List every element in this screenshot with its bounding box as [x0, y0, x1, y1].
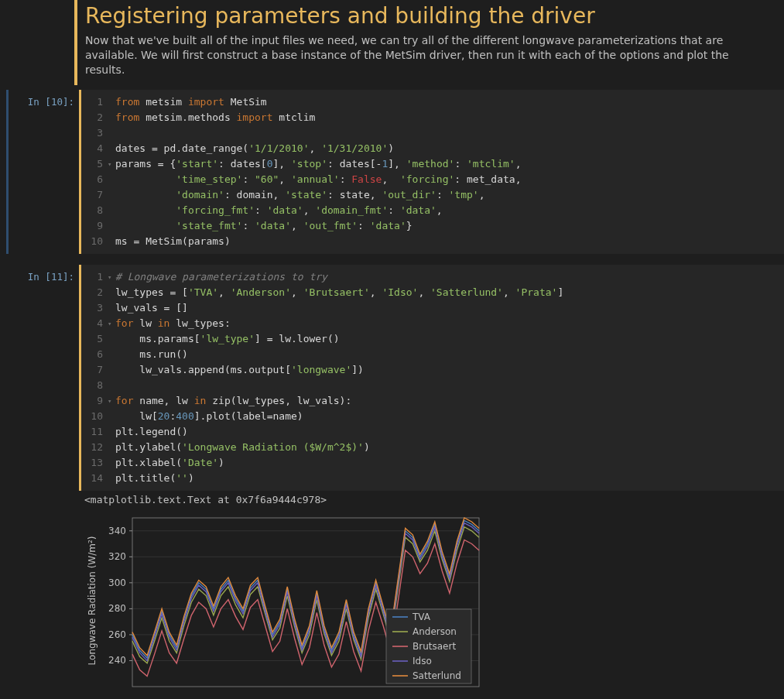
line-number: 3	[81, 125, 108, 141]
code-text[interactable]: lw_types = ['TVA', 'Anderson', 'Brutsaer…	[115, 285, 563, 300]
line-number: 3	[81, 300, 108, 316]
fold-indicator-icon[interactable]: ▾	[108, 316, 115, 331]
fold-indicator-icon[interactable]: ▾	[108, 393, 115, 409]
line-number: 5	[81, 331, 108, 347]
code-cell-10: In [10]: 1from metsim import MetSim2from…	[0, 90, 784, 254]
section-heading: Registering parameters and building the …	[85, 3, 735, 29]
plot-output: 240260280300320340Longwave Radiation (W/…	[77, 509, 487, 692]
code-line[interactable]: 5▾params = {'start': dates[0], 'stop': d…	[81, 156, 784, 172]
code-line[interactable]: 11plt.legend()	[81, 424, 784, 440]
output-row: <matplotlib.text.Text at 0x7f6a9444c978>	[0, 491, 784, 509]
code-line[interactable]: 8 'forcing_fmt': 'data', 'domain_fmt': '…	[81, 203, 784, 218]
line-number: 6	[81, 172, 108, 187]
fold-indicator-icon	[108, 94, 115, 110]
legend-label: Brutsaert	[413, 641, 456, 652]
fold-indicator-icon[interactable]: ▾	[108, 269, 115, 285]
code-text[interactable]: for lw in lw_types:	[115, 316, 231, 331]
code-line[interactable]: 1from metsim import MetSim	[81, 94, 784, 110]
code-line[interactable]: 4▾for lw in lw_types:	[81, 316, 784, 331]
fold-indicator-icon	[108, 378, 115, 393]
code-text[interactable]: for name, lw in zip(lw_types, lw_vals):	[115, 393, 351, 409]
fold-indicator-icon	[108, 362, 115, 378]
line-number: 10	[81, 234, 108, 249]
plot-output-row: 240260280300320340Longwave Radiation (W/…	[0, 509, 784, 692]
line-number: 9	[81, 218, 108, 234]
line-number: 2	[81, 285, 108, 300]
code-editor[interactable]: 1from metsim import MetSim2from metsim.m…	[81, 90, 784, 254]
fold-indicator-icon	[108, 285, 115, 300]
code-line[interactable]: 4dates = pd.date_range('1/1/2010', '1/31…	[81, 141, 784, 156]
code-text[interactable]: plt.xlabel('Date')	[115, 455, 224, 471]
code-line[interactable]: 6 'time_step': "60", 'annual': False, 'f…	[81, 172, 784, 187]
code-text[interactable]: plt.legend()	[115, 424, 188, 440]
code-line[interactable]: 2from metsim.methods import mtclim	[81, 110, 784, 125]
fold-indicator-icon	[108, 203, 115, 218]
line-number: 8	[81, 378, 108, 393]
svg-text:340: 340	[108, 525, 126, 536]
fold-indicator-icon	[108, 110, 115, 125]
code-line[interactable]: 14plt.title('')	[81, 471, 784, 486]
code-text[interactable]: from metsim import MetSim	[115, 94, 267, 110]
line-number: 7	[81, 187, 108, 203]
code-line[interactable]: 2lw_types = ['TVA', 'Anderson', 'Brutsae…	[81, 285, 784, 300]
code-text[interactable]: plt.title('')	[115, 471, 194, 486]
markdown-cell: Registering parameters and building the …	[0, 0, 784, 85]
line-number: 5	[81, 156, 108, 172]
code-text[interactable]: from metsim.methods import mtclim	[115, 110, 315, 125]
fold-indicator-icon	[108, 187, 115, 203]
fold-indicator-icon	[108, 218, 115, 234]
run-indicator-bar	[6, 90, 9, 254]
code-line[interactable]: 1▾# Longwave parameterizations to try	[81, 269, 784, 285]
code-line[interactable]: 3	[81, 125, 784, 141]
svg-text:Longwave Radiation (W/m²): Longwave Radiation (W/m²)	[87, 536, 98, 665]
fold-indicator-icon	[108, 234, 115, 249]
code-text[interactable]: ms.run()	[115, 347, 188, 362]
code-line[interactable]: 5 ms.params['lw_type'] = lw.lower()	[81, 331, 784, 347]
line-number: 4	[81, 316, 108, 331]
fold-indicator-icon	[108, 440, 115, 455]
section-paragraph: Now that we've built all of the input fi…	[85, 33, 735, 77]
code-line[interactable]: 3lw_vals = []	[81, 300, 784, 316]
legend-label: Idso	[413, 656, 432, 666]
code-line[interactable]: 13plt.xlabel('Date')	[81, 455, 784, 471]
output-text: <matplotlib.text.Text at 0x7f6a9444c978>	[77, 491, 327, 509]
code-line[interactable]: 9▾for name, lw in zip(lw_types, lw_vals)…	[81, 393, 784, 409]
code-line[interactable]: 6 ms.run()	[81, 347, 784, 362]
line-number: 12	[81, 440, 108, 455]
code-line[interactable]: 8	[81, 378, 784, 393]
code-text[interactable]: lw_vals.append(ms.output['longwave'])	[115, 362, 364, 378]
code-line[interactable]: 7 lw_vals.append(ms.output['longwave'])	[81, 362, 784, 378]
line-number: 8	[81, 203, 108, 218]
code-text[interactable]: # Longwave parameterizations to try	[115, 269, 327, 285]
code-line[interactable]: 9 'state_fmt': 'data', 'out_fmt': 'data'…	[81, 218, 784, 234]
fold-indicator-icon	[108, 125, 115, 141]
code-text[interactable]: lw[20:400].plot(label=name)	[115, 409, 303, 424]
code-line[interactable]: 7 'domain': domain, 'state': state, 'out…	[81, 187, 784, 203]
notebook-page: { "header": { "title": "Registering para…	[0, 0, 784, 699]
code-text[interactable]: params = {'start': dates[0], 'stop': dat…	[115, 156, 521, 172]
code-text[interactable]: ms = MetSim(params)	[115, 234, 231, 249]
code-line[interactable]: 12plt.ylabel('Longwave Radiation ($W/m^2…	[81, 440, 784, 455]
code-line[interactable]: 10 lw[20:400].plot(label=name)	[81, 409, 784, 424]
line-number: 2	[81, 110, 108, 125]
longwave-line-chart: 240260280300320340Longwave Radiation (W/…	[84, 512, 487, 690]
line-number: 1	[81, 269, 108, 285]
code-text[interactable]: 'domain': domain, 'state': state, 'out_d…	[115, 187, 485, 203]
fold-indicator-icon	[108, 300, 115, 316]
svg-text:320: 320	[108, 551, 126, 562]
code-line[interactable]: 10ms = MetSim(params)	[81, 234, 784, 249]
fold-indicator-icon	[108, 409, 115, 424]
input-prompt: In [10]:	[9, 90, 79, 254]
fold-indicator-icon[interactable]: ▾	[108, 156, 115, 172]
code-editor[interactable]: 1▾# Longwave parameterizations to try2lw…	[81, 265, 784, 491]
code-text[interactable]: ms.params['lw_type'] = lw.lower()	[115, 331, 340, 347]
line-number: 11	[81, 424, 108, 440]
line-number: 9	[81, 393, 108, 409]
line-number: 6	[81, 347, 108, 362]
code-text[interactable]: plt.ylabel('Longwave Radiation ($W/m^2$)…	[115, 440, 370, 455]
code-text[interactable]: 'forcing_fmt': 'data', 'domain_fmt': 'da…	[115, 203, 443, 218]
code-text[interactable]: lw_vals = []	[115, 300, 188, 316]
code-text[interactable]: 'state_fmt': 'data', 'out_fmt': 'data'}	[115, 218, 413, 234]
code-text[interactable]: 'time_step': "60", 'annual': False, 'for…	[115, 172, 521, 187]
code-text[interactable]: dates = pd.date_range('1/1/2010', '1/31/…	[115, 141, 394, 156]
